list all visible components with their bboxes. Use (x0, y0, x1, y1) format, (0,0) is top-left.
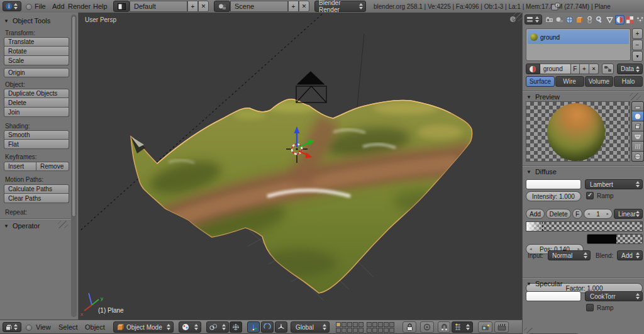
snap-element-dropdown[interactable] (452, 321, 473, 333)
origin-button[interactable]: Origin (4, 68, 69, 77)
scene-icon-button[interactable] (214, 1, 230, 12)
add-scene-button[interactable]: + (288, 1, 299, 12)
operator-panel-header[interactable]: Operator (4, 222, 40, 230)
ramp-blend-dropdown[interactable]: Add (617, 250, 643, 260)
tab-halo[interactable]: Halo (614, 76, 643, 87)
viewport-scene[interactable]: y x (79, 13, 522, 320)
rotate-manipulator-toggle[interactable] (261, 321, 274, 333)
diffuse-intensity-slider[interactable]: Intensity: 1.000 (526, 191, 581, 201)
new-material-button[interactable]: + (580, 64, 589, 74)
editor-type-selector-props[interactable] (525, 14, 542, 25)
translate-button[interactable]: Translate (4, 37, 69, 47)
properties-corner-grip[interactable] (524, 328, 533, 333)
pivot-point-dropdown[interactable] (206, 321, 229, 333)
delete-scene-button[interactable]: ✕ (299, 1, 309, 12)
tab-modifiers[interactable] (595, 15, 604, 25)
header-collapse-dot[interactable] (26, 4, 32, 10)
insert-keyframe-button[interactable]: Insert (4, 162, 36, 171)
layer-grid-1[interactable] (336, 322, 364, 333)
flat-button[interactable]: Flat (4, 140, 69, 149)
diffuse-color-swatch[interactable] (526, 179, 581, 189)
tab-world[interactable] (565, 15, 574, 25)
ramp-checkbox-unchecked[interactable] (586, 304, 594, 311)
mode-dropdown[interactable]: Object Mode (113, 321, 174, 333)
scale-manipulator-toggle[interactable] (275, 321, 287, 333)
terrain-mesh[interactable] (131, 99, 475, 293)
tab-particles[interactable] (635, 15, 644, 25)
viewport-shading-dropdown[interactable] (179, 321, 201, 333)
tab-object-data[interactable] (605, 15, 614, 25)
preview-world-button[interactable] (631, 152, 644, 162)
diffuse-shader-dropdown[interactable]: Lambert (585, 179, 643, 189)
color-ramp-bar[interactable] (526, 221, 643, 231)
menu-view[interactable]: View (36, 323, 51, 331)
window-duplicate-icon[interactable] (551, 2, 560, 13)
screen-layout-icon-button[interactable] (113, 1, 130, 12)
tab-render[interactable] (545, 15, 554, 25)
remove-material-slot-button[interactable]: − (632, 40, 643, 50)
material-specials-button[interactable]: ▼ (632, 51, 643, 62)
add-material-slot-button[interactable]: + (632, 28, 643, 39)
calculate-paths-button[interactable]: Calculate Paths (4, 184, 69, 194)
layer-grid-2[interactable] (367, 322, 394, 333)
preview-flat-button[interactable] (631, 101, 644, 111)
tab-material[interactable] (615, 15, 625, 25)
header-collapse-dot[interactable] (26, 325, 32, 331)
tool-shelf-header[interactable]: Object Tools (4, 17, 50, 25)
tool-shelf-scrollbar[interactable] (71, 14, 77, 317)
smooth-button[interactable]: Smooth (4, 130, 69, 140)
menu-render[interactable]: Render (68, 3, 91, 10)
material-slot-row[interactable]: ground (528, 30, 629, 44)
menu-help[interactable]: Help (93, 3, 108, 10)
preview-cube-button[interactable] (631, 121, 644, 131)
tab-wire[interactable]: Wire (555, 76, 584, 87)
specular-panel-header[interactable]: Specular (526, 280, 562, 287)
diffuse-ramp-toggle[interactable]: Ramp (586, 192, 614, 199)
screen-layout-name-field[interactable]: Default (130, 1, 187, 12)
menu-file[interactable]: File (35, 3, 46, 10)
nodes-toggle-button[interactable] (602, 64, 614, 74)
snap-toggle-button[interactable] (438, 321, 450, 333)
tab-object[interactable] (575, 15, 584, 25)
ramp-checkbox-checked[interactable] (586, 192, 594, 199)
manipulator-center-toggle[interactable] (230, 321, 242, 333)
menu-add[interactable]: Add (52, 3, 65, 10)
lock-modes-button[interactable] (402, 321, 416, 333)
camera-object[interactable] (296, 72, 326, 103)
remove-keyframe-button[interactable]: Remove (36, 162, 69, 171)
preview-hair-button[interactable] (631, 142, 644, 152)
specular-ramp-toggle[interactable]: Ramp (586, 304, 614, 311)
preview-monkey-button[interactable] (631, 131, 644, 142)
proportional-edit-dropdown[interactable] (420, 321, 434, 333)
preview-sphere-button[interactable] (631, 111, 644, 121)
scene-name-field[interactable]: Scene (230, 1, 288, 12)
diffuse-panel-header[interactable]: Diffuse (526, 168, 557, 175)
ramp-marker[interactable] (542, 222, 543, 231)
unlink-material-button[interactable]: ✕ (589, 64, 599, 74)
delete-button[interactable]: Delete (4, 98, 69, 108)
join-button[interactable]: Join (4, 108, 69, 117)
link-data-dropdown[interactable]: Data (617, 64, 643, 74)
viewport-3d[interactable]: y x User Persp (1) Plane i (79, 13, 522, 320)
clear-paths-button[interactable]: Clear Paths (4, 194, 69, 203)
ramp-interpolation-dropdown[interactable]: Linear (614, 209, 643, 219)
scrollbar-thumb[interactable] (72, 16, 76, 217)
delete-layout-button[interactable]: ✕ (198, 1, 209, 12)
render-still-button[interactable] (478, 321, 492, 333)
orientation-dropdown[interactable]: Global (291, 321, 330, 333)
editor-type-selector[interactable]: i (3, 1, 21, 11)
material-name-field[interactable]: ground (540, 64, 571, 74)
tab-surface[interactable]: Surface (526, 76, 555, 87)
render-animation-button[interactable] (494, 321, 509, 333)
menu-object[interactable]: Object (85, 323, 105, 331)
ramp-index-stepper[interactable]: 1 (584, 209, 613, 219)
ramp-delete-button[interactable]: Delete (546, 209, 571, 219)
ramp-add-button[interactable]: Add (526, 209, 545, 219)
menu-select[interactable]: Select (58, 323, 78, 331)
specular-shader-dropdown[interactable]: CookTorr (585, 291, 643, 301)
fake-user-button[interactable]: F (571, 64, 580, 74)
browse-material-button[interactable] (526, 64, 540, 74)
render-engine-dropdown[interactable]: Blender Render (314, 1, 366, 12)
specular-color-swatch[interactable] (526, 291, 581, 301)
duplicate-objects-button[interactable]: Duplicate Objects (4, 89, 69, 98)
